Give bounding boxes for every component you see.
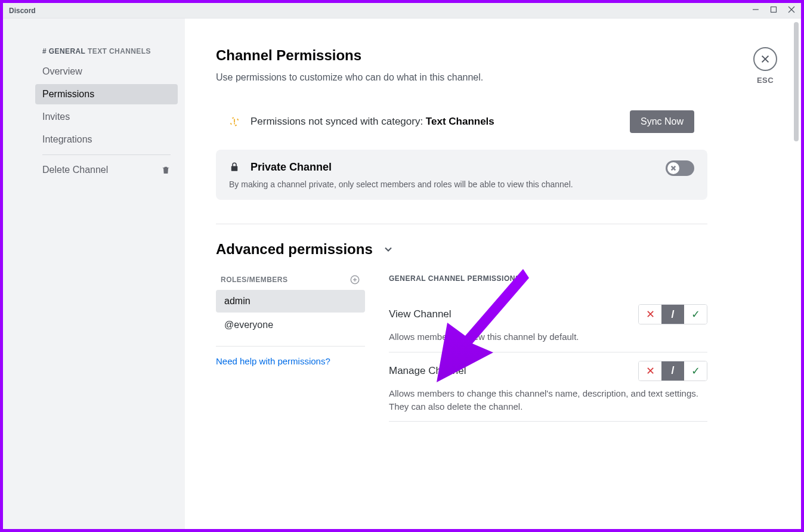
content: # GENERAL TEXT CHANNELS Overview Permiss… [3,18,801,529]
roles-header: ROLES/MEMBERS [216,274,365,290]
sidebar-header-category: TEXT CHANNELS [85,47,151,55]
close-icon [760,54,771,64]
sync-text-prefix: Permissions not synced with category: [251,116,426,127]
advanced-title: Advanced permissions [216,241,373,258]
close-panel: ESC [753,47,777,85]
permission-desc: Allows members to change this channel's … [389,387,707,413]
svg-point-9 [234,123,235,124]
sidebar-item-integrations[interactable]: Integrations [35,129,178,150]
sidebar-header-channel: # GENERAL [42,47,85,55]
permission-name: View Channel [389,308,452,320]
roles-divider [216,346,365,347]
close-window-icon[interactable] [788,6,795,15]
roles-header-label: ROLES/MEMBERS [221,276,288,284]
chevron-down-icon [382,243,394,255]
help-permissions-link[interactable]: Need help with permissions? [216,356,365,366]
private-head: Private Channel [229,160,694,174]
scrollbar-thumb[interactable] [794,22,799,141]
role-item-everyone[interactable]: @everyone [216,314,365,336]
sidebar-divider [42,154,171,155]
permission-name: Manage Channel [389,365,466,377]
main-panel: ESC Channel Permissions Use permissions … [185,18,801,529]
permission-desc: Allows members to view this channel by d… [389,330,707,344]
sync-bar: Permissions not synced with category: Te… [216,102,707,141]
svg-rect-1 [771,7,777,13]
trash-icon [161,165,171,175]
main-scroll[interactable]: Channel Permissions Use permissions to c… [185,18,801,529]
perm-allow-button[interactable]: ✓ [684,361,707,381]
advanced-header[interactable]: Advanced permissions [216,241,794,258]
perm-deny-button[interactable]: ✕ [639,305,661,324]
role-item-admin[interactable]: admin [216,290,365,313]
titlebar: Discord [3,3,801,18]
private-toggle[interactable] [666,160,694,176]
sync-category: Text Channels [426,116,494,127]
page-subtitle: Use permissions to customize who can do … [216,72,794,83]
private-desc: By making a channel private, only select… [229,180,694,189]
window-title: Discord [9,7,36,15]
lock-icon [229,160,240,174]
minimize-icon[interactable] [752,6,759,15]
perm-allow-button[interactable]: ✓ [684,305,707,324]
private-title: Private Channel [251,161,332,174]
toggle-x-icon [670,165,676,171]
esc-label: ESC [753,76,777,85]
permission-tri-toggle: ✕ / ✓ [638,304,707,324]
permission-row-manage-channel: Manage Channel ✕ / ✓ Allows members to c… [389,352,707,422]
permission-row-view-channel: View Channel ✕ / ✓ Allows members to vie… [389,296,707,352]
sync-now-button[interactable]: Sync Now [630,110,694,133]
warning-icon [229,116,240,127]
section-divider [216,224,707,224]
sidebar-header: # GENERAL TEXT CHANNELS [42,47,178,55]
sidebar-delete-label: Delete Channel [42,165,108,175]
permission-tri-toggle: ✕ / ✓ [638,361,707,381]
sidebar-delete-channel[interactable]: Delete Channel [35,160,178,180]
sidebar-item-permissions[interactable]: Permissions [35,84,178,104]
titlebar-controls [752,6,795,15]
add-role-icon[interactable] [350,274,360,285]
advanced-columns: ROLES/MEMBERS admin @everyone Need help … [216,274,794,422]
perm-neutral-button[interactable]: / [661,361,684,381]
sync-text: Permissions not synced with category: Te… [251,116,630,128]
roles-column: ROLES/MEMBERS admin @everyone Need help … [216,274,365,422]
permissions-section-title: GENERAL CHANNEL PERMISSIONS [389,274,707,283]
sidebar: # GENERAL TEXT CHANNELS Overview Permiss… [3,18,185,529]
app-window: Discord # GENERAL TEXT CHANNELS Overview… [3,3,801,529]
close-button[interactable] [753,47,777,71]
toggle-knob [667,162,679,174]
sidebar-item-invites[interactable]: Invites [35,107,178,127]
sidebar-item-overview[interactable]: Overview [35,61,178,82]
permissions-column: GENERAL CHANNEL PERMISSIONS View Channel… [389,274,707,422]
private-channel-card: Private Channel By making a channel priv… [216,150,707,200]
maximize-icon[interactable] [770,6,777,15]
page-title: Channel Permissions [216,47,794,64]
perm-neutral-button[interactable]: / [661,305,684,324]
perm-deny-button[interactable]: ✕ [639,361,661,381]
